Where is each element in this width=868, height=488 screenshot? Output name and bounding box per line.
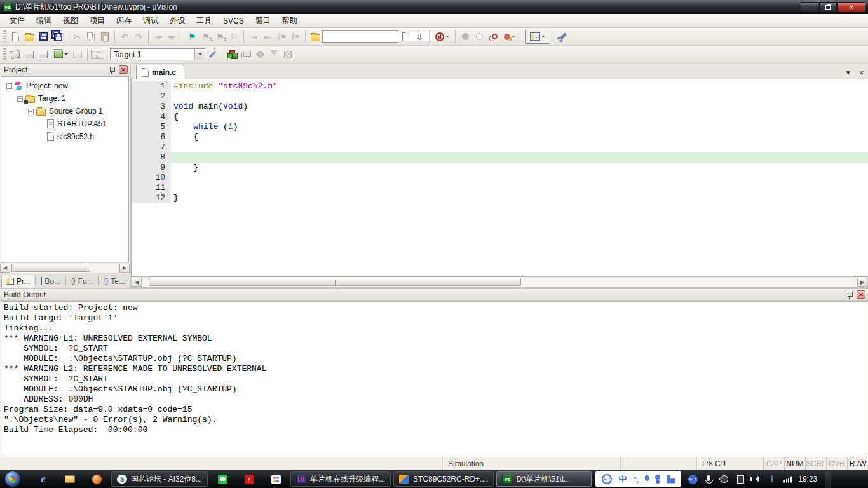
paste-button[interactable] [98,30,112,44]
clipboard-tray-icon[interactable] [735,474,745,484]
restore-button[interactable] [819,2,837,13]
build-output-close-button[interactable]: ✕ [857,290,865,299]
pack-installer-button[interactable] [281,48,295,62]
taskbar-button[interactable]: STC89C52RC-RD+.... [393,471,494,487]
save-all-button[interactable] [50,30,64,44]
tab-list-dropdown-button[interactable]: ▼ [841,69,855,79]
build-button[interactable] [22,48,36,62]
code-line[interactable]: 11 [132,183,868,193]
window-layout-button[interactable] [525,30,550,44]
punctuation-icon[interactable]: °, [633,475,639,484]
scroll-thumb[interactable] [149,278,521,286]
clear-bookmarks-button[interactable]: ⚐ [227,30,241,44]
scroll-thumb[interactable] [11,264,90,272]
network-signal-icon[interactable] [783,474,793,484]
show-desktop-button[interactable] [825,470,831,488]
tree-item[interactable]: STARTUP.A51 [1,118,128,130]
menu-item-9[interactable]: 窗口 [250,14,276,27]
panel-tab-pr[interactable]: Pr... [1,274,34,288]
cut-button[interactable]: ✂ [70,30,84,44]
configure-tools-button[interactable] [556,30,570,44]
code-line[interactable]: 12} [132,193,868,203]
menu-item-3[interactable]: 项目 [84,14,111,27]
ime-toolbar[interactable]: iFLY中°, [595,471,681,487]
menu-item-2[interactable]: 视图 [57,14,84,27]
start-debug-button[interactable]: d [432,30,452,44]
satellite-icon[interactable] [719,474,729,484]
toggle-breakpoint-button[interactable] [458,30,472,44]
software-packs-button[interactable] [253,48,267,62]
taskbar-clock[interactable]: 19:23 [798,475,817,484]
flash-download-icon[interactable] [240,471,259,487]
tree-item[interactable]: −Target 1 [1,92,128,105]
menu-item-8[interactable]: SVCS [217,15,250,27]
menu-item-0[interactable]: 文件 [4,14,31,27]
target-dropdown-button[interactable] [194,49,205,60]
ifly-logo-icon[interactable]: iFLY [602,474,612,484]
code-line[interactable]: 1#include "stc89c52.h" [132,81,868,92]
kill-all-breakpoints-button[interactable] [500,30,519,44]
collapse-icon[interactable]: − [6,83,12,89]
navigate-forward-button[interactable]: ⇨ [165,30,179,44]
uncomment-button[interactable]: ∦≡ [288,30,302,44]
indent-button[interactable]: ⇥ [247,30,261,44]
download-flash-button[interactable]: LOAD⇊ [90,48,104,62]
apps-grid-icon[interactable] [667,475,675,484]
incremental-find-button[interactable]: ⇩ [412,30,426,44]
toggle-bookmark-button[interactable]: ⚑ [185,30,199,44]
orange-app-icon[interactable] [87,471,106,487]
pin-icon[interactable] [846,291,853,299]
scroll-left-arrow-icon[interactable]: ◀ [0,264,10,273]
disable-all-breakpoints-button[interactable] [486,30,500,44]
code-line[interactable]: 10 [132,173,868,183]
chinese-mode-icon[interactable]: 中 [618,473,627,485]
menu-item-1[interactable]: 编辑 [31,14,57,27]
redo-button[interactable]: ↷ [132,30,146,44]
comment-button[interactable]: ∥≡ [275,30,288,44]
scroll-right-arrow-icon[interactable]: ▶ [857,278,867,287]
toolbar-grip[interactable] [3,30,6,43]
batch-build-button[interactable] [50,48,71,62]
ifly-tray-icon[interactable]: iFLY [688,474,698,484]
microphone-icon[interactable] [703,474,714,484]
ie-icon[interactable]: e [34,471,53,487]
build-output-log[interactable]: Build started: Project: newBuild target … [1,301,867,456]
rebuild-button[interactable] [36,48,50,62]
previous-bookmark-button[interactable]: ⚑ [199,30,213,44]
code-line[interactable]: 9 } [132,163,868,173]
menu-item-5[interactable]: 调试 [137,14,164,27]
tree-item[interactable]: −Source Group 1 [1,105,128,118]
mic-icon[interactable] [645,475,649,483]
code-line[interactable]: 5 while (1) [132,122,868,132]
menu-item-7[interactable]: 工具 [191,14,217,27]
bluetooth-icon[interactable]: ᛒ [767,474,777,484]
collapse-icon[interactable]: − [28,109,34,114]
code-line[interactable]: 8 [132,152,868,163]
panel-tab-te[interactable]: {}Te... [100,274,130,288]
target-select[interactable]: Target 1 [110,48,205,60]
collapse-icon[interactable]: − [17,96,23,102]
enable-breakpoint-button[interactable] [472,30,486,44]
tree-item[interactable]: −Project: new [1,79,128,92]
menu-item-10[interactable]: 帮助 [276,14,303,27]
unindent-button[interactable]: ⇤ [261,30,275,44]
explorer-folder-icon[interactable] [60,471,79,487]
save-button[interactable] [36,30,50,44]
project-panel-close-button[interactable]: ✕ [119,65,128,74]
file-extensions-button[interactable] [239,48,253,62]
select-device-button[interactable] [267,48,281,62]
taskbar-button[interactable]: S国芯论坛 - AI32位8... [111,471,208,487]
menu-item-4[interactable]: 闪存 [111,14,137,27]
pin-icon[interactable] [109,66,115,74]
code-line[interactable]: 3void main(void) [132,102,868,112]
options-for-target-button[interactable] [205,48,219,62]
copy-button[interactable] [84,30,98,44]
code-line[interactable]: 7 [132,142,868,152]
apps-color-icon[interactable] [266,471,285,487]
open-file-button[interactable] [22,30,36,44]
editor-tab-main-c[interactable]: main.c [136,65,184,79]
manage-components-button[interactable] [225,48,239,62]
menu-item-6[interactable]: 外设 [164,14,191,27]
scroll-left-arrow-icon[interactable]: ◀ [132,278,142,287]
navigate-back-button[interactable]: ⇦ [151,30,165,44]
